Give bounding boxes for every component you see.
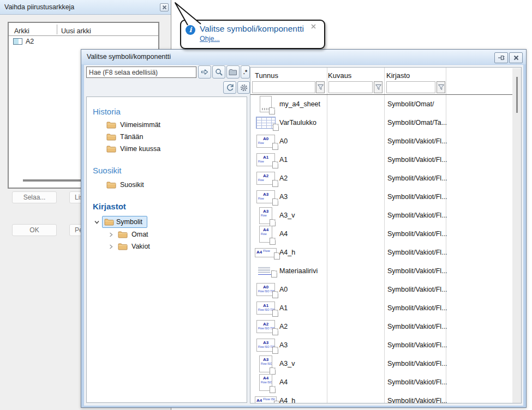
browse-button[interactable]: Selaa... — [12, 191, 57, 203]
change-sheets-titlebar[interactable]: Vaihda piirustusarkkeja — [0, 0, 171, 15]
search-icon[interactable] — [212, 65, 225, 79]
table-row[interactable]: A0 Flow ISO 7200 A0 Symbolit/Vakiot/Fl..… — [250, 280, 512, 299]
pin-icon[interactable] — [494, 52, 508, 63]
sheet-thumbnail-icon: A4 Flow ISO 7200 — [255, 396, 277, 403]
table-row[interactable]: A2 Flow A2 Symbolit/Vakiot/Fl... — [250, 169, 512, 188]
cell-kirjasto: Symbolit/Vakiot/Fl... — [387, 193, 447, 201]
sheet-thumbnail-icon: A2 Flow — [256, 172, 275, 185]
filter-funnel-icon[interactable] — [437, 81, 445, 93]
cell-kirjasto: Symbolit/Vakiot/Fl... — [387, 341, 447, 349]
cell-tunnus: Materiaalirivi — [279, 267, 318, 275]
cell-kirjasto: Symbolit/Vakiot/Fl... — [387, 249, 447, 256]
cell-tunnus: A4_h — [279, 397, 295, 403]
refresh-icon[interactable] — [223, 81, 236, 94]
table-row[interactable]: A3 Flow ISO 7200 A3_v Symbolit/Vakiot/Fl… — [250, 354, 512, 373]
close-icon[interactable] — [310, 23, 316, 29]
page-fold-icon — [272, 310, 278, 317]
table-row[interactable]: my_a4_sheet Symbolit/Omat/ — [250, 95, 512, 113]
header-divider — [9, 35, 158, 36]
table-row[interactable]: A4 Flow ISO 7200 A4 Symbolit/Vakiot/Fl..… — [250, 373, 512, 391]
table-row[interactable]: A4 Flow A4_h Symbolit/Vakiot/Fl... — [250, 243, 512, 262]
table-row[interactable]: A4 Flow ISO 7200 A4_h Symbolit/Vakiot/Fl… — [250, 391, 512, 403]
cell-tunnus: A0 — [279, 286, 288, 293]
table-row[interactable]: A4 Flow A4 Symbolit/Vakiot/Fl... — [250, 225, 512, 243]
sheet-icon — [13, 38, 22, 45]
table-row[interactable]: A3 Flow ISO 7200 A3 Symbolit/Vakiot/Fl..… — [250, 336, 512, 354]
cell-tunnus: A2 — [279, 174, 288, 182]
tree-item-omat[interactable]: Omat — [87, 230, 247, 240]
symbol-thumbnail — [254, 95, 278, 113]
regex-button[interactable]: .* — [241, 65, 250, 79]
table-row[interactable]: VarTaulukko Symbolit/Omat/Ta... — [250, 113, 512, 132]
sheet-thumbnail-icon — [260, 96, 272, 112]
table-row[interactable]: A3 Flow A3 Symbolit/Vakiot/Fl... — [250, 188, 512, 206]
table-row[interactable]: A0 Flow A0 Symbolit/Vakiot/Fl... — [250, 132, 512, 150]
info-icon: i — [186, 25, 195, 35]
chevron-right-icon[interactable] — [107, 243, 115, 250]
symbol-table: Tunnus Kuvaus Kirjasto — [250, 67, 522, 403]
sheet-thumbnail-icon: A4 Flow ISO 7200 — [259, 374, 272, 391]
close-icon[interactable] — [509, 52, 523, 63]
tree-item-vakiot[interactable]: Vakiot — [87, 242, 247, 252]
vertical-scrollbar[interactable] — [512, 68, 521, 403]
table-row[interactable]: A1 Flow ISO 7200 A1 Symbolit/Vakiot/Fl..… — [250, 299, 512, 317]
cell-tunnus: A1 — [279, 156, 288, 164]
column-divider — [57, 25, 57, 34]
sheet-thumbnail-icon: A3 Flow ISO 7200 — [259, 355, 272, 372]
folder-icon — [104, 218, 114, 226]
folder-icon — [118, 231, 128, 238]
column-header-kirjasto: Kirjasto — [386, 71, 410, 80]
filter-input-kirjasto[interactable] — [386, 81, 435, 93]
help-link[interactable]: Ohje... — [200, 35, 220, 43]
filter-input-tunnus[interactable] — [252, 81, 315, 93]
symbol-thumbnail: A3 Flow ISO 7200 — [254, 336, 278, 354]
folder-icon — [106, 133, 116, 141]
dialog-title: Valitse symboli/komponentti — [87, 53, 171, 61]
cell-kirjasto: Symbolit/Omat/Ta... — [387, 119, 447, 126]
tree-item-tanaan[interactable]: Tänään — [87, 132, 247, 143]
column-header-kuvaus: Kuvaus — [328, 71, 351, 80]
open-folder-icon[interactable] — [226, 65, 240, 79]
filter-funnel-icon[interactable] — [374, 81, 382, 93]
sheet-thumbnail-icon: A4 Flow — [259, 226, 272, 243]
tree-item-suosikit[interactable]: Suosikit — [87, 180, 247, 191]
tree-item-viime-kuussa[interactable]: Viime kuussa — [87, 144, 247, 155]
page-fold-icon — [273, 124, 279, 131]
tree-item-viimeisimmat[interactable]: Viimeisimmät — [87, 120, 247, 131]
go-arrow-icon[interactable] — [198, 65, 211, 79]
tree-item-symbolit[interactable]: Symbolit — [87, 217, 247, 229]
cell-tunnus: A4 — [279, 378, 288, 386]
select-symbol-dialog: Valitse symboli/komponentti .* — [81, 49, 527, 408]
balloon-title: Valitse symboli/komponentti — [200, 24, 304, 34]
sheet-list-row[interactable]: A2 — [9, 37, 158, 46]
ok-button[interactable]: OK — [12, 224, 57, 236]
cell-kirjasto: Symbolit/Vakiot/Fl... — [387, 304, 447, 312]
chevron-right-icon[interactable] — [107, 231, 115, 238]
selected-tree-node[interactable]: Symbolit — [102, 216, 147, 228]
scrollbar-thumb[interactable] — [516, 77, 518, 113]
cell-kirjasto: Symbolit/Vakiot/Fl... — [387, 212, 447, 219]
cell-kirjasto: Symbolit/Vakiot/Fl... — [387, 397, 447, 403]
table-row[interactable]: A1 Flow A1 Symbolit/Vakiot/Fl... — [250, 150, 512, 169]
folder-icon — [118, 243, 128, 250]
page-fold-icon — [272, 347, 278, 354]
gear-icon[interactable] — [237, 81, 250, 94]
table-row[interactable]: A3 Flow A3_v Symbolit/Vakiot/Fl... — [250, 206, 512, 225]
filter-funnel-icon[interactable] — [316, 81, 325, 93]
chevron-down-icon[interactable] — [93, 219, 100, 226]
cell-tunnus: A3_v — [279, 212, 295, 219]
dialog-titlebar[interactable]: Valitse symboli/komponentti — [81, 50, 526, 64]
symbol-thumbnail: A0 Flow — [254, 132, 278, 150]
sheet-list-col-arkki: Arkki — [14, 27, 29, 35]
symbol-thumbnail: A4 Flow ISO 7200 — [254, 391, 278, 403]
symbol-thumbnail — [254, 262, 278, 280]
table-row[interactable]: A2 Flow ISO 7200 A2 Symbolit/Vakiot/Fl..… — [250, 317, 512, 336]
sheet-thumbnail-icon: A0 Flow ISO 7200 — [256, 283, 275, 296]
folder-icon — [106, 181, 116, 189]
cell-kirjasto: Symbolit/Vakiot/Fl... — [387, 174, 447, 182]
search-input[interactable] — [86, 67, 196, 78]
filter-input-kuvaus[interactable] — [328, 81, 373, 93]
close-icon[interactable] — [160, 3, 169, 11]
cell-tunnus: VarTaulukko — [279, 119, 316, 126]
table-row[interactable]: Materiaalirivi Symbolit/Vakiot/Fl... — [250, 262, 512, 280]
